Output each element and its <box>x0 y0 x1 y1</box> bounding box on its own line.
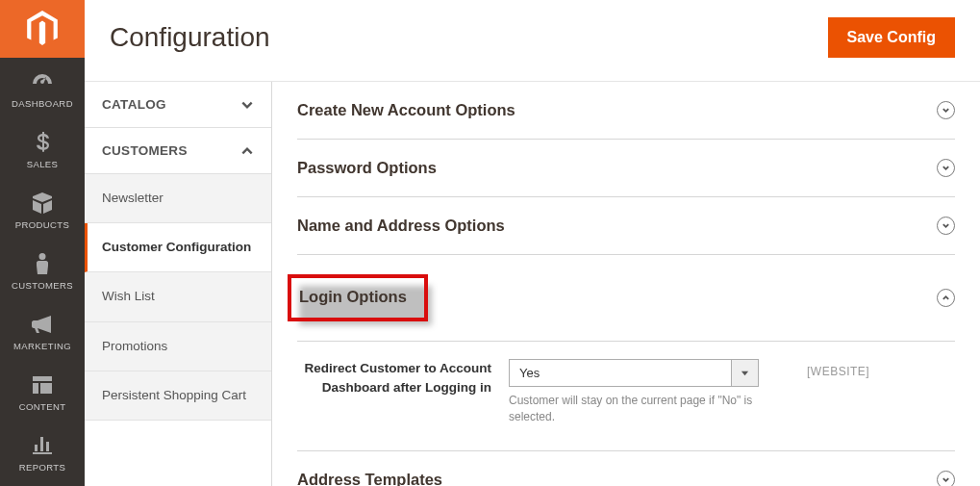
nav-label: MARKETING <box>13 341 71 351</box>
nav-label: SALES <box>27 159 59 169</box>
nav-dashboard[interactable]: DASHBOARD <box>0 58 85 118</box>
nav-products[interactable]: PRODUCTS <box>0 179 85 240</box>
person-icon <box>36 253 49 274</box>
section-address-templates[interactable]: Address Templates <box>297 451 955 486</box>
section-title: Address Templates <box>297 471 442 486</box>
nav-label: REPORTS <box>19 462 66 473</box>
sidebar-group-customers[interactable]: CUSTOMERS <box>85 128 271 174</box>
select-value: Yes <box>509 359 732 387</box>
save-button[interactable]: Save Config <box>828 17 955 58</box>
dropdown-arrow-icon <box>732 359 759 387</box>
section-name-address[interactable]: Name and Address Options <box>297 197 955 255</box>
field-help: Customer will stay on the current page i… <box>509 393 759 425</box>
config-panel: Create New Account Options Password Opti… <box>272 82 980 486</box>
nav-label: CONTENT <box>19 401 66 412</box>
sidebar-item-persistent-cart[interactable]: Persistent Shopping Cart <box>85 371 271 421</box>
expand-icon <box>937 217 955 235</box>
nav-sales[interactable]: SALES <box>0 118 85 179</box>
nav-marketing[interactable]: MARKETING <box>0 300 85 361</box>
chevron-up-icon <box>240 144 254 158</box>
nav-label: CUSTOMERS <box>12 280 73 291</box>
section-password[interactable]: Password Options <box>297 140 955 197</box>
expand-icon <box>937 101 955 119</box>
section-title: Create New Account Options <box>297 101 515 119</box>
sidebar-item-customer-config[interactable]: Customer Configuration <box>85 223 271 272</box>
bar-chart-icon <box>33 435 52 456</box>
nav-reports[interactable]: REPORTS <box>0 422 85 482</box>
layout-icon <box>33 374 52 396</box>
page-title: Configuration <box>110 22 270 53</box>
megaphone-icon <box>32 314 53 335</box>
section-title: Name and Address Options <box>297 217 505 235</box>
section-title: Login Options <box>288 274 428 321</box>
collapse-icon <box>937 289 955 307</box>
section-create-account[interactable]: Create New Account Options <box>297 82 955 140</box>
box-icon <box>32 192 53 214</box>
config-sidebar: CATALOG CUSTOMERS Newsletter Customer Co… <box>85 82 272 486</box>
section-title: Password Options <box>297 159 437 177</box>
gauge-icon <box>31 71 54 92</box>
nav-label: PRODUCTS <box>15 219 70 230</box>
page-header: Configuration Save Config <box>85 0 980 82</box>
admin-nav: DASHBOARD SALES PRODUCTS CUSTOMERS MARKE… <box>0 0 85 486</box>
expand-icon <box>937 471 955 486</box>
sidebar-group-label: CATALOG <box>102 97 166 112</box>
sidebar-item-wishlist[interactable]: Wish List <box>85 272 271 321</box>
nav-content[interactable]: CONTENT <box>0 361 85 422</box>
field-scope: [WEBSITE] <box>759 359 869 425</box>
dollar-icon <box>36 132 49 153</box>
field-label: Redirect Customer to Account Dashboard a… <box>297 359 509 425</box>
section-login-options[interactable]: Login Options <box>297 255 955 342</box>
sidebar-item-newsletter[interactable]: Newsletter <box>85 174 271 223</box>
nav-customers[interactable]: CUSTOMERS <box>0 240 85 300</box>
redirect-select[interactable]: Yes <box>509 359 759 387</box>
nav-label: DASHBOARD <box>12 98 73 109</box>
chevron-down-icon <box>240 98 254 112</box>
sidebar-item-promotions[interactable]: Promotions <box>85 322 271 371</box>
sidebar-group-label: CUSTOMERS <box>102 143 188 158</box>
field-redirect-customer: Redirect Customer to Account Dashboard a… <box>297 342 955 451</box>
sidebar-group-catalog[interactable]: CATALOG <box>85 82 271 128</box>
magento-logo[interactable] <box>0 0 85 58</box>
expand-icon <box>937 159 955 177</box>
